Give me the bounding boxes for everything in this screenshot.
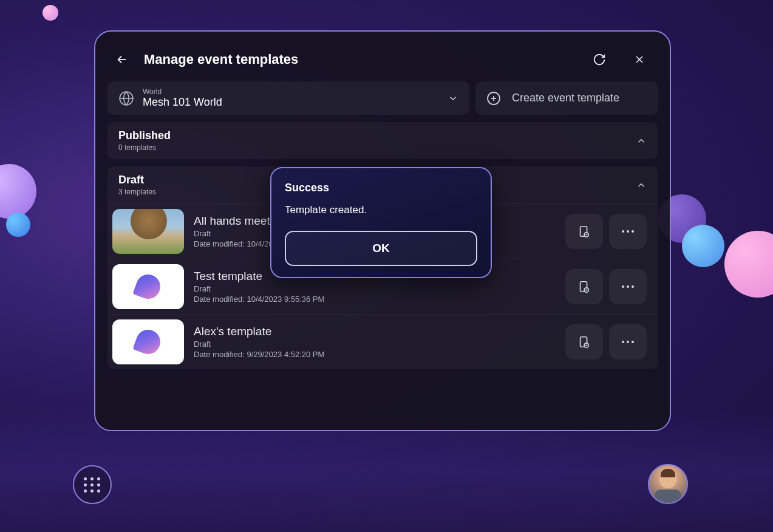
template-name: Alex's template bbox=[194, 325, 556, 338]
page-title: Manage event templates bbox=[144, 52, 577, 67]
dialog-title: Success bbox=[285, 182, 477, 194]
more-icon bbox=[621, 285, 635, 288]
more-icon bbox=[621, 340, 635, 344]
device-icon bbox=[577, 335, 591, 349]
create-template-label: Create event template bbox=[512, 92, 619, 104]
close-button[interactable] bbox=[628, 49, 650, 70]
dialog-ok-label: OK bbox=[372, 242, 390, 255]
template-thumbnail bbox=[112, 319, 184, 364]
app-menu-button[interactable] bbox=[73, 465, 112, 504]
svg-point-9 bbox=[622, 285, 624, 288]
avatar-button[interactable] bbox=[648, 464, 688, 504]
template-save-button[interactable] bbox=[565, 214, 603, 249]
template-more-button[interactable] bbox=[609, 269, 647, 304]
chevron-down-icon bbox=[448, 93, 458, 104]
back-button[interactable] bbox=[111, 49, 133, 70]
bg-orb bbox=[682, 225, 724, 267]
world-value: Mesh 101 World bbox=[143, 96, 439, 109]
template-thumbnail bbox=[112, 264, 184, 309]
bg-orb bbox=[0, 164, 36, 219]
template-date: Date modified: 9/29/2023 4:52:20 PM bbox=[194, 350, 556, 359]
plus-circle-icon bbox=[486, 91, 501, 106]
close-icon bbox=[633, 53, 645, 66]
refresh-button[interactable] bbox=[588, 49, 610, 70]
svg-point-15 bbox=[627, 341, 629, 343]
template-date: Date modified: 10/4/2023 9:55:36 PM bbox=[194, 295, 556, 304]
template-thumbnail bbox=[112, 209, 184, 254]
template-row[interactable]: Alex's template Draft Date modified: 9/2… bbox=[107, 314, 658, 369]
dialog-ok-button[interactable]: OK bbox=[285, 231, 477, 266]
svg-point-6 bbox=[632, 230, 634, 233]
svg-point-14 bbox=[622, 341, 624, 343]
template-more-button[interactable] bbox=[609, 324, 647, 360]
bg-orb bbox=[6, 213, 30, 237]
create-template-button[interactable]: Create event template bbox=[475, 81, 658, 115]
svg-point-5 bbox=[627, 230, 629, 233]
arrow-left-icon bbox=[115, 53, 129, 66]
grid-icon bbox=[84, 477, 101, 493]
refresh-icon bbox=[593, 53, 606, 66]
svg-point-10 bbox=[627, 285, 629, 288]
globe-icon bbox=[118, 90, 134, 106]
panel-header: Manage event templates bbox=[107, 44, 658, 81]
svg-point-4 bbox=[622, 230, 624, 233]
device-icon bbox=[577, 225, 591, 238]
world-label: World bbox=[143, 87, 439, 96]
bg-orb bbox=[724, 231, 773, 298]
chevron-up-icon bbox=[636, 135, 647, 146]
section-published-count: 0 templates bbox=[118, 143, 636, 152]
success-dialog: Success Template created. OK bbox=[270, 167, 492, 278]
template-save-button[interactable] bbox=[565, 324, 603, 360]
template-status: Draft bbox=[194, 339, 556, 349]
section-published-header[interactable]: Published 0 templates bbox=[107, 122, 658, 159]
template-more-button[interactable] bbox=[609, 214, 647, 249]
device-icon bbox=[577, 280, 591, 293]
section-published-title: Published bbox=[118, 129, 636, 142]
svg-point-11 bbox=[632, 285, 634, 288]
template-save-button[interactable] bbox=[565, 269, 603, 304]
dialog-message: Template created. bbox=[285, 204, 477, 216]
template-status: Draft bbox=[194, 284, 556, 293]
more-icon bbox=[621, 230, 635, 233]
chevron-up-icon bbox=[636, 180, 647, 191]
svg-point-16 bbox=[632, 341, 634, 343]
world-dropdown[interactable]: World Mesh 101 World bbox=[107, 81, 469, 115]
section-published: Published 0 templates bbox=[107, 122, 658, 159]
avatar-icon bbox=[659, 471, 676, 488]
bg-orb bbox=[43, 5, 58, 21]
